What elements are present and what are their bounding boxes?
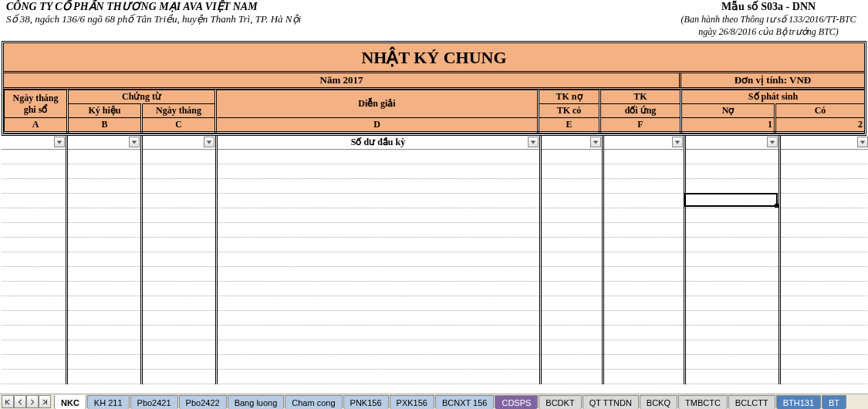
grid-cell[interactable] [540,282,603,296]
grid-cell[interactable] [2,311,66,326]
grid-cell[interactable] [216,355,540,370]
sheet-tab-nkc[interactable]: NKC [54,395,86,409]
grid-row[interactable] [2,238,868,252]
grid-cell[interactable] [141,311,216,326]
grid-row[interactable] [2,282,868,296]
sheet-tab-pxk156[interactable]: PXK156 [390,395,434,409]
grid-cell[interactable] [141,326,216,340]
grid-cell[interactable] [779,282,868,296]
grid-cell[interactable] [684,370,779,384]
filter-dropdown-icon[interactable] [129,137,140,147]
grid-cell[interactable] [540,238,603,252]
grid-cell[interactable] [2,238,66,252]
grid-cell[interactable] [141,370,216,384]
sheet-tab-bang-luong[interactable]: Bang luong [228,395,285,409]
grid-row[interactable] [2,340,868,355]
filter-dropdown-icon[interactable] [767,137,778,147]
grid-cell[interactable] [684,296,779,311]
grid-cell[interactable] [603,267,684,282]
tab-nav-first[interactable] [2,395,14,408]
grid-row[interactable] [2,194,868,208]
grid-cell[interactable] [2,296,66,311]
grid-cell[interactable] [216,296,540,311]
grid-cell[interactable] [141,355,216,370]
sheet-tab-bcdkt[interactable]: BCDKT [539,395,581,409]
grid-cell[interactable] [216,340,540,355]
grid-cell[interactable] [66,296,141,311]
grid-cell[interactable] [684,194,779,208]
grid-cell[interactable] [2,252,66,267]
grid-cell[interactable] [216,252,540,267]
grid-cell[interactable] [141,267,216,282]
grid-cell[interactable] [603,238,684,252]
grid-cell[interactable] [2,150,66,164]
grid-cell[interactable] [540,355,603,370]
sheet-tab-pnk156[interactable]: PNK156 [343,395,389,409]
grid-cell[interactable] [2,194,66,208]
grid-cell[interactable] [540,179,603,194]
grid-cell[interactable] [141,150,216,164]
filter-dropdown-icon[interactable] [204,137,214,147]
grid-cell[interactable] [141,208,216,223]
grid-cell[interactable] [141,179,216,194]
grid-cell[interactable] [141,164,216,179]
grid-cell[interactable] [66,238,141,252]
filter-dropdown-icon[interactable] [528,137,539,147]
grid-cell[interactable] [216,194,540,208]
grid-cell[interactable] [684,179,779,194]
grid-cell[interactable] [603,355,684,370]
filter-dropdown-icon[interactable] [590,137,601,147]
grid-cell[interactable] [216,164,540,179]
grid-cell[interactable] [603,223,684,238]
grid-cell[interactable] [603,208,684,223]
grid-row[interactable] [2,267,868,282]
grid-cell[interactable] [684,238,779,252]
filter-dropdown-icon[interactable] [672,137,683,147]
sheet-tab-pbo2421[interactable]: Pbo2421 [130,395,178,409]
grid-cell[interactable] [540,311,603,326]
sheet-tab-kh-211[interactable]: KH 211 [87,395,130,409]
grid-cell[interactable] [779,164,868,179]
grid-cell[interactable] [66,194,141,208]
grid-cell[interactable] [603,252,684,267]
grid-cell[interactable] [2,223,66,238]
blank-grid[interactable] [2,150,868,385]
grid-cell[interactable] [216,282,540,296]
filter-dropdown-icon[interactable] [54,137,65,147]
grid-cell[interactable] [684,267,779,282]
grid-cell[interactable] [603,296,684,311]
sheet-tab-cdsps[interactable]: CDSPS [495,395,538,409]
grid-cell[interactable] [779,340,868,355]
sheet-tab-tmbctc[interactable]: TMBCTC [678,395,728,409]
grid-cell[interactable] [684,208,779,223]
grid-cell[interactable] [216,238,540,252]
grid-cell[interactable] [779,267,868,282]
grid-cell[interactable] [540,164,603,179]
grid-cell[interactable] [684,355,779,370]
grid-cell[interactable] [779,208,868,223]
grid-cell[interactable] [66,267,141,282]
grid-row[interactable] [2,179,868,194]
grid-cell[interactable] [540,208,603,223]
grid-cell[interactable] [603,164,684,179]
grid-cell[interactable] [540,267,603,282]
sheet-tab-bcnxt-156[interactable]: BCNXT 156 [435,395,495,409]
grid-cell[interactable] [540,223,603,238]
grid-cell[interactable] [779,355,868,370]
grid-cell[interactable] [2,267,66,282]
filter-dropdown-icon[interactable] [857,137,868,147]
grid-cell[interactable] [66,208,141,223]
sheet-tab-cham-cong[interactable]: Cham cong [285,395,342,409]
grid-cell[interactable] [141,252,216,267]
grid-cell[interactable] [684,164,779,179]
grid-cell[interactable] [66,355,141,370]
sheet-tab-qt-ttndn[interactable]: QT TTNDN [583,395,639,409]
grid-cell[interactable] [603,150,684,164]
grid-cell[interactable] [684,326,779,340]
grid-cell[interactable] [141,238,216,252]
grid-row[interactable] [2,208,868,223]
grid-cell[interactable] [540,340,603,355]
grid-cell[interactable] [2,179,66,194]
sheet-tab-bclctt[interactable]: BCLCTT [728,395,775,409]
grid-row[interactable] [2,355,868,370]
